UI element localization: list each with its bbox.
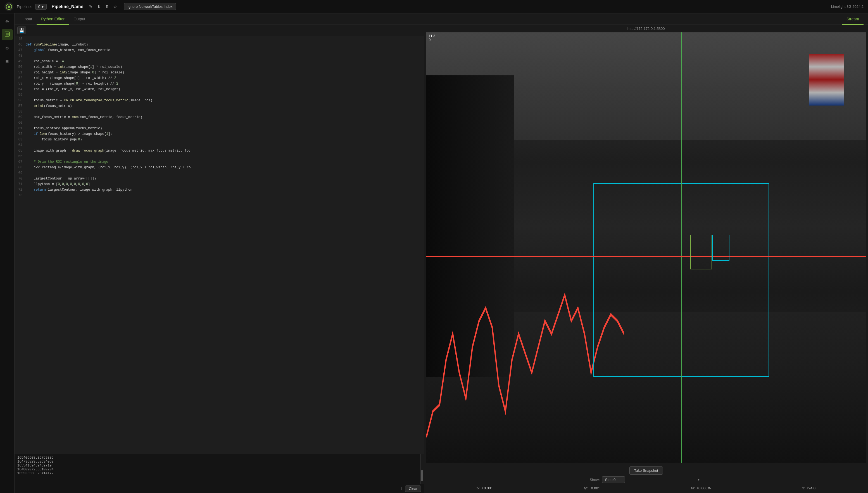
sidebar-item-grid[interactable]: ⊞	[2, 56, 13, 67]
tx-value: +0.00°	[482, 486, 492, 490]
console-output: 165406608.36759385 164736829.53634062 16…	[15, 454, 420, 484]
download-button[interactable]: ⬇	[96, 3, 102, 10]
step-select[interactable]: Step 0	[602, 476, 625, 483]
ta-value: +0.000%	[696, 486, 711, 490]
svg-rect-3	[6, 33, 9, 36]
stream-url: http://172.172.0.1:5800	[424, 25, 868, 33]
code-line-54: 54 roi = (roi_x, roi_y, roi_width, roi_h…	[15, 87, 424, 92]
tx-label: tx:	[477, 486, 480, 490]
code-line-59: 59 max_focus_metric = max(max_focus_metr…	[15, 114, 424, 120]
sidebar-item-pipeline[interactable]	[2, 29, 13, 40]
edit-pipeline-button[interactable]: ✎	[88, 3, 94, 10]
sidebar-item-home[interactable]: ◎	[2, 16, 13, 27]
code-line-57: 57 print(focus_metric)	[15, 103, 424, 109]
detection-box-1	[690, 235, 712, 269]
metric-ta: ta: +0.000%	[691, 486, 711, 490]
step-select-wrapper: Step 0	[602, 476, 703, 483]
content-area: 💾 45 46 def runPipeline(image, llrobot):	[15, 25, 868, 493]
stream-panel: http://172.172.0.1:5800	[424, 25, 868, 493]
code-line-55: 55	[15, 92, 424, 98]
topbar-action-icons: ✎ ⬇ ⬆ ☆	[88, 3, 118, 10]
show-row: Show: Step 0	[429, 476, 864, 483]
tab-input[interactable]: Input	[19, 14, 37, 25]
save-file-button[interactable]: 💾	[17, 26, 26, 34]
code-line-52: 52 roi_x = (image.shape[1] - roi_width) …	[15, 76, 424, 81]
code-line-64: 64	[15, 142, 424, 148]
console-toolbar: ⏸ Clear	[15, 484, 424, 493]
show-label: Show:	[590, 478, 600, 482]
grid-icon: ⊞	[5, 58, 9, 64]
star-button[interactable]: ☆	[112, 3, 118, 10]
main-content: Input Python Editor Output Stream 💾 45	[15, 14, 868, 493]
pause-console-button[interactable]: ⏸	[398, 486, 403, 491]
topbar: Pipeline: 0 ▾ Pipeline_Name ✎ ⬇ ⬆ ☆ Igno…	[0, 0, 868, 14]
code-line-48: 48	[15, 53, 424, 59]
code-line-67: 67 # Draw the ROI rectangle on the image	[15, 159, 424, 165]
console-line: 165541694.9489719	[17, 464, 418, 468]
ty-label: ty:	[584, 486, 588, 490]
vertical-line	[681, 33, 682, 463]
console-line: 165406608.36759385	[17, 456, 418, 460]
svg-point-1	[8, 5, 10, 8]
sidebar-item-settings[interactable]: ⚙	[2, 42, 13, 53]
tab-output[interactable]: Output	[69, 14, 90, 25]
code-line-73: 73	[15, 193, 424, 198]
console-area: 165406608.36759385 164736829.53634062 16…	[15, 454, 424, 493]
code-line-61: 61 focus_history.append(focus_metric)	[15, 126, 424, 131]
code-line-65: 65 image_with_graph = draw_focus_graph(i…	[15, 148, 424, 153]
metric-tx: tx: +0.00°	[477, 486, 492, 490]
metrics-row: tx: +0.00° ty: +0.00° ta: +0.000% tl:	[429, 485, 864, 491]
pipeline-icon	[4, 31, 10, 38]
tab-python-editor[interactable]: Python Editor	[37, 14, 69, 25]
code-line-69: 69	[15, 170, 424, 176]
clear-console-button[interactable]: Clear	[405, 486, 421, 492]
stream-view: 11.3 0	[426, 33, 866, 463]
flag-element	[809, 54, 844, 106]
code-line-51: 51 roi_height = int(image.shape[0] * roi…	[15, 70, 424, 76]
tl-label: tl:	[802, 486, 805, 490]
gear-icon: ⚙	[5, 45, 9, 51]
tl-value: +94.0	[806, 486, 815, 490]
console-line: 164809072.66100204	[17, 468, 418, 472]
code-line-63: 63 focus_history.pop(0)	[15, 137, 424, 142]
tabs-bar: Input Python Editor Output Stream	[15, 14, 868, 25]
pause-icon: ⏸	[398, 486, 403, 491]
home-icon: ◎	[5, 18, 9, 24]
code-line-58: 58	[15, 109, 424, 114]
stream-bottom: Take Snapshot Show: Step 0 tx: +0.00°	[424, 463, 868, 493]
ta-label: ta:	[691, 486, 695, 490]
code-line-50: 50 roi_width = int(image.shape[1] * roi_…	[15, 64, 424, 70]
take-snapshot-button[interactable]: Take Snapshot	[629, 467, 663, 475]
code-line-68: 68 cv2.rectangle(image_with_graph, (roi_…	[15, 165, 424, 170]
code-line-49: 49 roi_scsale = .4	[15, 59, 424, 64]
app-logo	[4, 2, 14, 11]
code-line-70: 70 largestContour = np.array([[]])	[15, 176, 424, 181]
code-line-56: 56 focus_metric = calculate_tenengrad_fo…	[15, 98, 424, 103]
pipeline-num-selector[interactable]: 0 ▾	[35, 4, 47, 10]
pipeline-label: Pipeline:	[17, 4, 32, 9]
console-line: 164736829.53634062	[17, 460, 418, 464]
code-line-72: 72 return largestContour, image_with_gra…	[15, 187, 424, 193]
code-line-62: 62 if len(focus_history) > image.shape[1…	[15, 131, 424, 137]
ty-value: +0.00°	[589, 486, 600, 490]
version-label: Limelight 3G 2024.2	[831, 4, 864, 9]
code-line-60: 60	[15, 120, 424, 126]
code-line-45: 45	[15, 36, 424, 42]
console-line: 165536568.25414172	[17, 472, 418, 475]
code-editor[interactable]: 45 46 def runPipeline(image, llrobot): 4…	[15, 36, 424, 454]
tab-stream[interactable]: Stream	[842, 14, 864, 25]
save-icon: 💾	[19, 28, 25, 33]
pipeline-name: Pipeline_Name	[52, 4, 84, 9]
code-panel: 💾 45 46 def runPipeline(image, llrobot):	[15, 25, 424, 493]
horizontal-line	[426, 256, 866, 257]
upload-button[interactable]: ⬆	[104, 3, 110, 10]
code-line-53: 53 roi_y = (image.shape[0] - roi_height)…	[15, 81, 424, 87]
code-line-66: 66	[15, 153, 424, 159]
ignore-networktables-button[interactable]: Ignore NetworkTables Index	[124, 3, 176, 10]
metric-tl: tl: +94.0	[802, 486, 815, 490]
code-toolbar: 💾	[15, 25, 424, 36]
fps-label: 11.3 0	[429, 34, 435, 42]
code-line-47: 47 global focus_history, max_focus_metri…	[15, 47, 424, 53]
code-line-71: 71 llpython = [0,0,0,0,0,0,0,0]	[15, 181, 424, 187]
metric-ty: ty: +0.00°	[584, 486, 600, 490]
